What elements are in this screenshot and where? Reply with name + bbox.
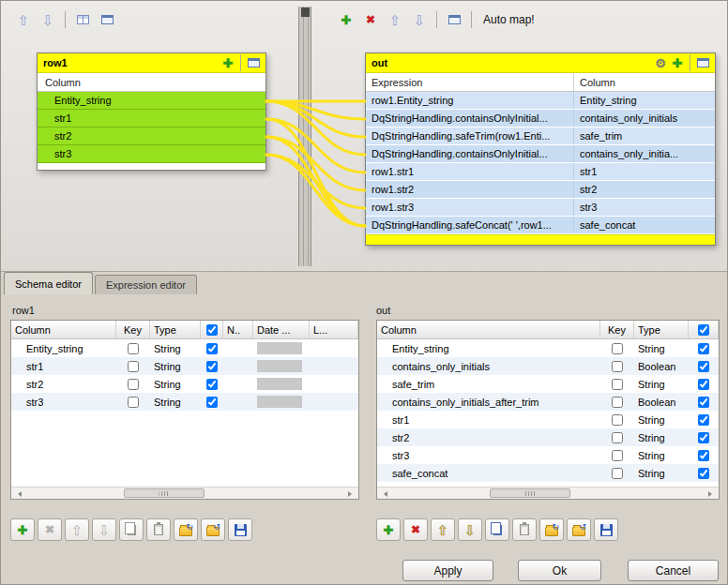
- nullable-all-checkbox[interactable]: [206, 324, 218, 336]
- nullable-checkbox[interactable]: [698, 468, 709, 479]
- out-panel-scroll-strip[interactable]: [366, 234, 715, 245]
- out-mapping-row[interactable]: row1.str1 str1: [366, 163, 715, 181]
- scrollbar-thumb[interactable]: [124, 488, 205, 498]
- paste-button[interactable]: [512, 518, 537, 541]
- column-name-cell[interactable]: Entity_string: [377, 339, 600, 357]
- mapping-link[interactable]: [266, 119, 365, 172]
- header-nullable-checkbox[interactable]: [201, 321, 223, 338]
- type-cell[interactable]: String: [634, 339, 689, 357]
- column-name-cell[interactable]: contains_only_initials_after_trim: [377, 393, 600, 411]
- move-down-button[interactable]: [92, 518, 116, 541]
- ok-button[interactable]: Ok: [518, 560, 601, 581]
- mapping-link[interactable]: [266, 155, 365, 208]
- out-mapping-row[interactable]: DqStringHandling.safeConcat(' ',row1... …: [366, 217, 715, 234]
- out-mapping-row[interactable]: DqStringHandling.containsOnlyInitial... …: [366, 145, 715, 163]
- row1-column-str3[interactable]: str3: [38, 145, 265, 163]
- key-checkbox[interactable]: [612, 343, 623, 354]
- delete-column-button[interactable]: [38, 518, 62, 541]
- table-row[interactable]: safe_concat String: [377, 464, 719, 482]
- expression-cell[interactable]: row1.str2: [366, 181, 574, 198]
- nullable-checkbox[interactable]: [698, 450, 709, 461]
- type-cell[interactable]: String: [150, 357, 201, 375]
- expression-cell[interactable]: row1.str3: [366, 199, 574, 216]
- copy-button[interactable]: [119, 518, 144, 541]
- date-pattern-cell[interactable]: [253, 393, 310, 411]
- nullable-checkbox[interactable]: [206, 343, 218, 354]
- table-view-button[interactable]: [71, 9, 94, 30]
- type-cell[interactable]: String: [150, 375, 201, 393]
- delete-output-button[interactable]: [359, 9, 382, 30]
- move-down-button[interactable]: [37, 9, 59, 30]
- move-down-button[interactable]: [408, 9, 431, 30]
- move-up-button[interactable]: [384, 9, 406, 30]
- date-pattern-cell[interactable]: [253, 339, 310, 357]
- row1-column-entity-string[interactable]: Entity_string: [38, 92, 265, 110]
- type-cell[interactable]: Boolean: [634, 357, 689, 375]
- save-schema-button[interactable]: [594, 518, 618, 541]
- horizontal-scrollbar[interactable]: [377, 487, 719, 499]
- export-schema-button[interactable]: [201, 518, 225, 541]
- move-up-button[interactable]: [431, 518, 455, 541]
- expression-cell[interactable]: DqStringHandling.containsOnlyInitial...: [366, 145, 574, 162]
- paste-button[interactable]: [146, 518, 171, 541]
- key-checkbox[interactable]: [612, 450, 623, 461]
- mapping-link[interactable]: [266, 137, 365, 190]
- out-mapping-row[interactable]: row1.Entity_string Entity_string: [366, 92, 715, 110]
- mapper-splitter[interactable]: [298, 7, 311, 266]
- table-row[interactable]: str3 String: [377, 446, 719, 464]
- nullable-checkbox[interactable]: [698, 397, 709, 408]
- header-type[interactable]: Type: [634, 321, 689, 338]
- mapping-link[interactable]: [266, 137, 365, 226]
- nullable-checkbox[interactable]: [698, 379, 709, 390]
- length-cell[interactable]: [310, 375, 358, 393]
- horizontal-scrollbar[interactable]: [11, 487, 358, 499]
- nullable-all-checkbox[interactable]: [698, 324, 709, 336]
- key-checkbox[interactable]: [612, 361, 623, 372]
- date-pattern-cell[interactable]: [253, 357, 310, 375]
- expression-cell[interactable]: DqStringHandling.containsOnlyInitial...: [366, 110, 574, 127]
- date-pattern-cell[interactable]: [253, 375, 310, 393]
- column-name-cell[interactable]: Entity_string: [11, 339, 116, 357]
- settings-button[interactable]: [652, 55, 669, 70]
- add-output-button[interactable]: [335, 9, 357, 30]
- length-cell[interactable]: [310, 357, 358, 375]
- mapping-link[interactable]: [266, 119, 365, 226]
- add-table-button[interactable]: [220, 55, 236, 70]
- nullable-checkbox[interactable]: [206, 361, 218, 372]
- table-row[interactable]: safe_trim String: [377, 375, 719, 393]
- add-column-button[interactable]: [376, 518, 401, 541]
- row1-column-str2[interactable]: str2: [38, 128, 265, 145]
- key-checkbox[interactable]: [612, 397, 623, 408]
- out-mapping-row[interactable]: DqStringHandling.safeTrim(row1.Enti... s…: [366, 128, 715, 145]
- nullable-checkbox[interactable]: [698, 361, 709, 372]
- type-cell[interactable]: String: [634, 446, 689, 464]
- column-name-cell[interactable]: contains_only_initials: [377, 357, 600, 375]
- mapping-link[interactable]: [266, 101, 365, 155]
- key-checkbox[interactable]: [612, 468, 623, 479]
- column-name-cell[interactable]: str3: [377, 446, 600, 464]
- expression-cell[interactable]: DqStringHandling.safeConcat(' ',row1...: [366, 217, 574, 233]
- minimize-table-button[interactable]: [245, 55, 262, 70]
- out-mapping-row[interactable]: DqStringHandling.containsOnlyInitial... …: [366, 110, 715, 128]
- mapping-link[interactable]: [266, 101, 365, 137]
- key-checkbox[interactable]: [612, 379, 623, 390]
- header-nullable-checkbox[interactable]: [689, 321, 719, 338]
- length-cell[interactable]: [310, 339, 358, 357]
- table-row[interactable]: str1 String: [11, 357, 358, 375]
- key-checkbox[interactable]: [612, 432, 623, 443]
- column-name-cell[interactable]: str2: [11, 375, 116, 393]
- move-up-button[interactable]: [65, 518, 89, 541]
- import-schema-button[interactable]: [174, 518, 198, 541]
- key-checkbox[interactable]: [128, 343, 139, 354]
- column-name-cell[interactable]: safe_trim: [377, 375, 600, 393]
- type-cell[interactable]: Boolean: [634, 393, 689, 411]
- auto-map-button[interactable]: Auto map!: [478, 13, 540, 26]
- windows-button[interactable]: [443, 9, 465, 30]
- table-row[interactable]: Entity_string String: [377, 339, 719, 357]
- type-cell[interactable]: String: [634, 428, 689, 446]
- mapping-link[interactable]: [266, 155, 365, 226]
- table-row[interactable]: str1 String: [377, 411, 719, 428]
- type-cell[interactable]: String: [150, 393, 201, 411]
- header-length[interactable]: L...: [310, 321, 358, 338]
- table-row[interactable]: contains_only_initials Boolean: [377, 357, 719, 375]
